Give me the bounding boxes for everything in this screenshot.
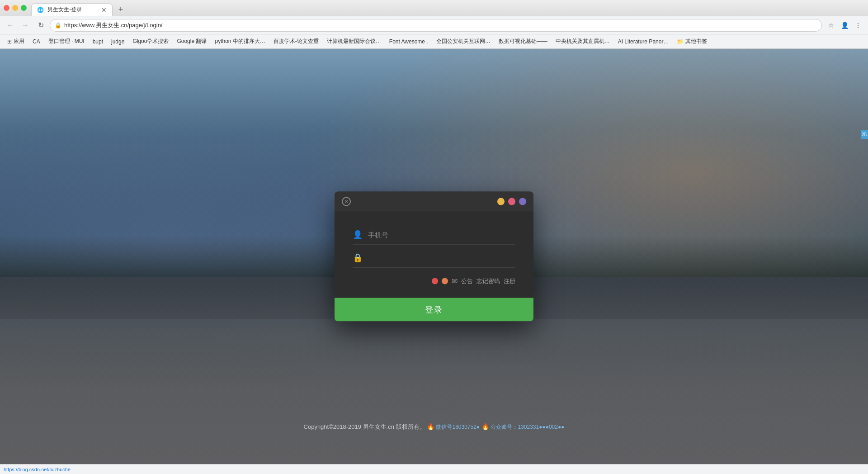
bookmark-label: 登口管理 · MUI (48, 38, 85, 45)
bookmark-label: Google 翻译 (177, 38, 207, 45)
purple-dot (519, 198, 526, 205)
tab-close-button[interactable]: ✕ (101, 6, 107, 14)
bookmark-label: 百度学术-论文查重 (274, 38, 319, 45)
bookmark-label: Glgoo学术搜索 (132, 38, 169, 45)
bookmark-police[interactable]: 全国公安机关互联网… (433, 37, 494, 46)
announcement-link[interactable]: 公告 (461, 277, 473, 285)
bookmark-google-translate[interactable]: Google 翻译 (173, 37, 210, 46)
bookmark-bupt[interactable]: bupt (89, 38, 107, 46)
page-background: ✕ 👤 (0, 49, 868, 464)
page-content: ✕ 👤 (0, 49, 868, 464)
address-bar[interactable]: 🔒 https://www.男生女生.cn/page/j/Login/ (50, 19, 822, 32)
phone-field: 👤 (353, 225, 515, 245)
scroll-percent-text: 25.2% (862, 132, 868, 137)
maximize-window-button[interactable] (21, 5, 27, 11)
user-account-icon[interactable]: 👤 (838, 19, 851, 32)
bookmark-fontawesome[interactable]: Font Awesome . (386, 38, 432, 46)
address-bar-row: ← → ↻ 🔒 https://www.男生女生.cn/page/j/Login… (0, 16, 868, 34)
bookmark-label: 其他书签 (685, 38, 707, 45)
bookmark-label: 数据可视化基础—— (499, 38, 547, 45)
lock-field-icon: 🔒 (353, 253, 363, 263)
lock-icon: 🔒 (55, 22, 61, 28)
bookmark-label: python 中的排序大… (215, 38, 265, 45)
bookmark-label: 计算机最新国际会议… (327, 38, 381, 45)
form-links: ✉ 公告 忘记密码 注册 (353, 271, 515, 289)
password-field: 🔒 (353, 248, 515, 268)
page-footer: Copyright©2018-2019 男生女生.cn 版权所有。 🔥 微信号1… (304, 423, 565, 431)
close-window-button[interactable] (4, 5, 9, 11)
weibo-link[interactable]: 🔥 公众账号：1302331●●●002●● (481, 423, 564, 431)
register-link[interactable]: 注册 (504, 277, 515, 285)
qq-emoji: 🔥 (427, 423, 434, 430)
modal-header: ✕ (335, 192, 533, 212)
scroll-percent-indicator[interactable]: 25.2% (861, 130, 868, 139)
forward-button[interactable]: → (19, 19, 32, 32)
bookmark-label: 应用 (14, 38, 24, 45)
bookmark-label: 全国公安机关互联网… (436, 38, 491, 45)
footer-links: 🔥 微信号18030752● 🔥 公众账号：1302331●●●002●● (427, 423, 564, 431)
status-bar: https://blog.csdn.net/liuzhuche (0, 464, 868, 474)
yellow-dot (497, 198, 505, 205)
bookmark-ca[interactable]: CA (29, 38, 44, 46)
bookmark-mui[interactable]: 登口管理 · MUI (45, 37, 88, 46)
modal-dots (497, 198, 526, 205)
bookmark-central[interactable]: 中央机关及其直属机… (552, 37, 613, 46)
phone-input[interactable] (368, 231, 515, 238)
new-tab-button[interactable]: + (114, 3, 127, 16)
copyright-text: Copyright©2018-2019 男生女生.cn 版权所有。 (304, 423, 425, 430)
status-url: https://blog.csdn.net/liuzhuche (4, 467, 71, 472)
bookmark-folder-icon: 📁 (677, 38, 684, 45)
login-button[interactable]: 登录 (335, 298, 533, 322)
pink-dot (508, 198, 515, 205)
browser-frame: 🌐 男生女生-登录 ✕ + ← → ↻ 🔒 https://www.男生女生.c… (0, 0, 868, 474)
bookmark-apps[interactable]: ⊞ 应用 (4, 37, 28, 46)
bookmark-conference[interactable]: 计算机最新国际会议… (323, 37, 385, 46)
bookmark-glgoo[interactable]: Glgoo学术搜索 (129, 37, 172, 46)
bookmark-star-icon[interactable]: ☆ (825, 19, 837, 32)
menu-icon[interactable]: ⋮ (852, 19, 864, 32)
modal-body: 👤 🔒 ✉ 公告 (335, 212, 533, 298)
active-tab[interactable]: 🌐 男生女生-登录 ✕ (31, 3, 113, 16)
bookmark-dataviz[interactable]: 数据可视化基础—— (495, 37, 551, 46)
orange-notification-dot (442, 278, 448, 284)
bookmark-others[interactable]: 📁 其他书签 (673, 37, 711, 46)
bookmark-label: 中央机关及其直属机… (556, 38, 610, 45)
back-button[interactable]: ← (4, 19, 16, 32)
login-modal: ✕ 👤 (335, 192, 533, 322)
bookmark-ai[interactable]: AI Literature Panor… (614, 38, 673, 46)
modal-close-button[interactable]: ✕ (342, 197, 351, 206)
toolbar-icons: ☆ 👤 ⋮ (825, 19, 864, 32)
bookmark-judge[interactable]: judge (108, 38, 128, 46)
red-notification-dot (432, 278, 438, 284)
window-controls (4, 5, 27, 11)
tab-title: 男生女生-登录 (47, 6, 82, 14)
apps-icon: ⊞ (7, 38, 12, 45)
weibo-emoji: 🔥 (481, 423, 489, 430)
tab-bar: 🌐 男生女生-登录 ✕ + (31, 0, 864, 16)
modal-overlay: ✕ 👤 (335, 192, 533, 322)
refresh-button[interactable]: ↻ (34, 19, 47, 32)
bookmark-label: AI Literature Panor… (618, 38, 669, 45)
minimize-window-button[interactable] (12, 5, 18, 11)
bookmark-label: CA (33, 38, 40, 45)
bookmark-baidu[interactable]: 百度学术-论文查重 (270, 37, 322, 46)
qq-link[interactable]: 🔥 微信号18030752● (427, 423, 480, 431)
bookmark-label: judge (111, 38, 124, 45)
mail-icon: ✉ (452, 277, 458, 285)
close-icon: ✕ (344, 199, 349, 205)
forgot-password-link[interactable]: 忘记密码 (476, 277, 500, 285)
bookmarks-bar: ⊞ 应用 CA 登口管理 · MUI bupt judge Glgoo学术搜索 … (0, 34, 868, 49)
bookmark-label: bupt (93, 38, 103, 45)
status-left: https://blog.csdn.net/liuzhuche (4, 467, 71, 472)
url-text: https://www.男生女生.cn/page/j/Login/ (64, 21, 162, 29)
bookmark-label: Font Awesome . (389, 38, 428, 45)
title-bar: 🌐 男生女生-登录 ✕ + (0, 0, 868, 16)
bookmark-python[interactable]: python 中的排序大… (211, 37, 269, 46)
user-icon: 👤 (353, 230, 363, 240)
password-input[interactable] (368, 254, 515, 261)
